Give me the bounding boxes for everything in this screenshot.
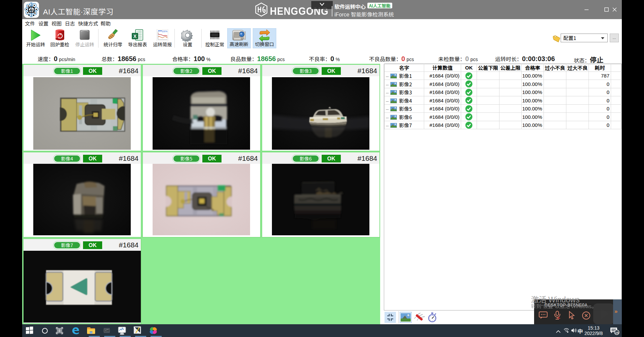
svg-text:10: 10 (615, 331, 619, 334)
svg-text:100%: 100% (162, 30, 167, 33)
svg-text:AI: AI (30, 8, 33, 12)
svg-text:X: X (133, 34, 137, 39)
